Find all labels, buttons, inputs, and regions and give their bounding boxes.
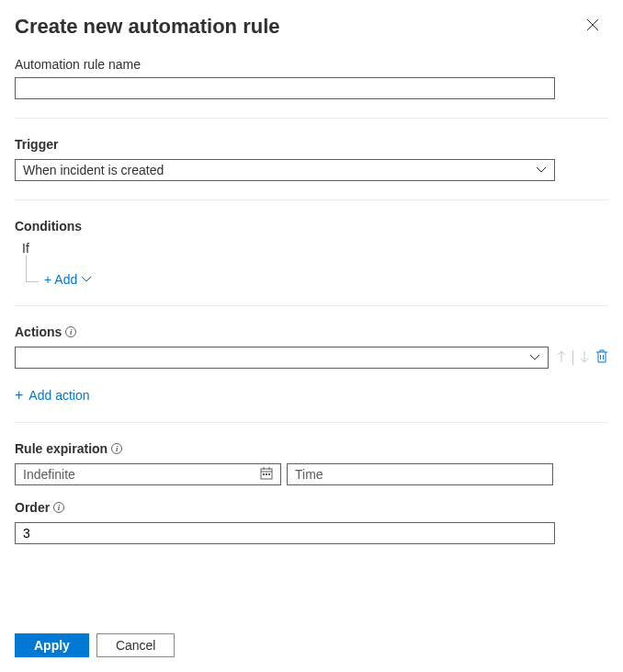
expiration-row: Indefinite	[15, 463, 608, 485]
divider	[15, 422, 608, 423]
calendar-icon	[260, 467, 273, 483]
info-icon[interactable]: i	[111, 443, 122, 454]
conditions-tree: + Add	[26, 263, 608, 287]
chevron-down-icon	[529, 354, 540, 361]
trash-icon	[595, 349, 608, 364]
tree-line	[26, 281, 39, 282]
expiration-section: Rule expiration i Indefinite Order i	[15, 441, 608, 544]
plus-icon: +	[15, 387, 23, 404]
order-label: Order i	[15, 500, 608, 515]
divider	[15, 305, 608, 306]
trigger-label: Trigger	[15, 137, 608, 152]
move-up-icon	[556, 350, 567, 366]
actions-row	[15, 347, 608, 369]
add-condition-button[interactable]: + Add	[44, 272, 92, 287]
actions-section: Actions i + Add action	[15, 325, 608, 404]
rule-name-input[interactable]	[15, 77, 555, 99]
apply-button[interactable]: Apply	[15, 633, 89, 657]
expiration-time-input[interactable]	[287, 463, 553, 485]
move-down-icon	[579, 350, 590, 366]
order-input[interactable]	[15, 522, 555, 544]
conditions-if-text: If	[22, 241, 608, 256]
trigger-section: Trigger When incident is created	[15, 137, 608, 181]
expiration-date-value: Indefinite	[23, 467, 75, 482]
chevron-down-icon	[536, 166, 547, 174]
conditions-label: Conditions	[15, 219, 608, 233]
divider	[15, 199, 608, 200]
expiration-date-input[interactable]: Indefinite	[15, 463, 281, 485]
add-action-button[interactable]: + Add action	[15, 387, 90, 404]
dialog-footer: Apply Cancel	[15, 633, 175, 657]
close-button[interactable]	[583, 15, 603, 38]
add-condition-label: + Add	[44, 272, 77, 287]
expiration-label: Rule expiration i	[15, 441, 608, 456]
conditions-section: Conditions If + Add	[15, 219, 608, 287]
info-icon[interactable]: i	[53, 502, 64, 513]
dialog-header: Create new automation rule	[15, 15, 608, 39]
action-controls	[556, 349, 608, 367]
svg-rect-5	[266, 473, 267, 475]
close-icon	[586, 18, 599, 31]
delete-button[interactable]	[595, 349, 608, 367]
cancel-button[interactable]: Cancel	[96, 633, 176, 657]
info-icon[interactable]: i	[65, 326, 76, 337]
trigger-select[interactable]: When incident is created	[15, 159, 555, 181]
actions-label: Actions i	[15, 325, 608, 339]
rule-name-section: Automation rule name	[15, 57, 608, 99]
svg-rect-6	[268, 473, 270, 475]
add-action-label: Add action	[28, 388, 89, 403]
rule-name-label: Automation rule name	[15, 57, 608, 72]
action-select[interactable]	[15, 347, 549, 369]
divider	[15, 118, 608, 119]
divider	[572, 350, 573, 365]
svg-rect-4	[263, 473, 265, 475]
chevron-down-icon	[81, 276, 92, 283]
dialog-title: Create new automation rule	[15, 15, 280, 39]
order-section: Order i	[15, 500, 608, 544]
tree-line	[26, 256, 27, 281]
trigger-selected-value: When incident is created	[23, 163, 164, 177]
